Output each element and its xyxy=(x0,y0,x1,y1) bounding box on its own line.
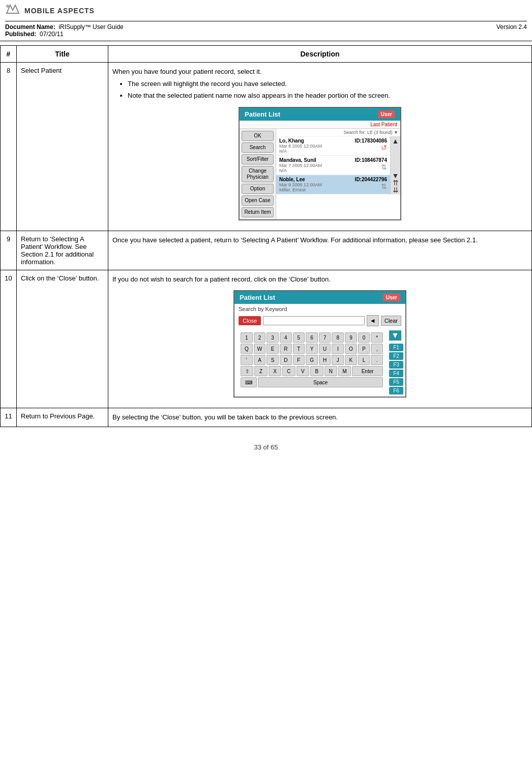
kw-key-z[interactable]: Z xyxy=(254,366,267,376)
table-row: 9 Return to 'Selecting A Patient' Workfl… xyxy=(1,231,532,270)
pl-patient-row[interactable]: Mandava, Sunil Mar 7 2005 12:00AM N/A ID… xyxy=(276,156,390,175)
kw-key-star[interactable]: * xyxy=(371,332,383,343)
pl-patient-note: N/A xyxy=(279,168,322,173)
kw-key-w[interactable]: W xyxy=(254,344,266,354)
kw-key-d[interactable]: D xyxy=(280,355,292,365)
kw-key-m[interactable]: M xyxy=(338,366,351,376)
kw-row-qwerty: Q W E R T Y U I O P xyxy=(241,344,383,354)
kw-key-a[interactable]: A xyxy=(254,355,266,365)
page-number: 33 of 65 xyxy=(254,443,278,451)
kw-search-input[interactable] xyxy=(263,316,365,325)
logo-icon xyxy=(5,3,20,18)
pl-scroll-down[interactable]: ▼ xyxy=(392,172,399,179)
pl-patient-row-selected[interactable]: Noble, Lee Mar 9 2005 12:00AM Miller, Er… xyxy=(276,175,390,194)
kw-key-k[interactable]: K xyxy=(345,355,357,365)
kw-f1-button[interactable]: F1 xyxy=(389,344,403,351)
kw-key-r[interactable]: R xyxy=(280,344,292,354)
kw-key-5[interactable]: 5 xyxy=(293,332,305,343)
kw-key-4[interactable]: 4 xyxy=(280,332,292,343)
kw-key-v[interactable]: V xyxy=(297,366,309,376)
kw-key-c[interactable]: C xyxy=(282,366,295,376)
col-num-header: # xyxy=(1,46,17,63)
kw-key-s[interactable]: S xyxy=(267,355,279,365)
col-desc-header: Description xyxy=(108,46,532,63)
kw-key-g[interactable]: G xyxy=(306,355,318,365)
list-item: The screen will highlight the record you… xyxy=(128,79,527,89)
pl-patient-list-rows: Lo, Khang Mar 8 2005 12:00AM N/A ID:1783… xyxy=(276,136,400,194)
kw-key-u[interactable]: U xyxy=(319,344,331,354)
pl-ok-btn[interactable]: OK xyxy=(242,131,274,141)
kw-key-l[interactable]: L xyxy=(358,355,370,365)
table-row: 8 Select Patient When you have found you… xyxy=(1,63,532,231)
pl-scroll-up[interactable]: ▲ xyxy=(392,137,399,145)
row-11-title: Return to Previous Page. xyxy=(17,408,108,427)
kw-key-1[interactable]: 1 xyxy=(241,332,253,343)
kw-key-e[interactable]: E xyxy=(267,344,279,354)
kw-key-7[interactable]: 7 xyxy=(319,332,331,343)
kw-key-apos[interactable]: ' xyxy=(241,355,253,365)
pl-patient-id-col: ID:204422796 ⇅ xyxy=(355,177,387,190)
kw-f6-button[interactable]: F6 xyxy=(389,387,403,395)
kw-key-j[interactable]: J xyxy=(332,355,344,365)
pl-patient-id: ID:108467874 xyxy=(355,157,387,163)
pl-option-btn[interactable]: Option xyxy=(242,184,274,194)
kw-key-b[interactable]: B xyxy=(310,366,323,376)
kw-keyboard-icon[interactable]: ⌨ xyxy=(241,377,257,387)
pl-search-btn[interactable]: Search xyxy=(242,143,274,153)
kw-f-buttons: ▼ F1 F2 F3 F4 F5 F6 xyxy=(389,330,403,395)
kw-key-q[interactable]: Q xyxy=(241,344,253,354)
kw-key-f[interactable]: F xyxy=(293,355,305,365)
kw-key-6[interactable]: 6 xyxy=(306,332,318,343)
pl-patient-note: Miller, Ernest xyxy=(279,187,322,192)
pl-opencase-btn[interactable]: Open Case xyxy=(242,195,274,206)
logo-area: MOBILE ASPECTS xyxy=(5,3,527,18)
kw-f4-button[interactable]: F4 xyxy=(389,370,403,377)
row-8-num: 8 xyxy=(1,63,17,231)
kw-key-i[interactable]: I xyxy=(332,344,344,354)
kw-key-0[interactable]: 0 xyxy=(358,332,370,343)
kw-key-8[interactable]: 8 xyxy=(332,332,344,343)
pl-patient-row[interactable]: Lo, Khang Mar 8 2005 12:00AM N/A ID:1783… xyxy=(276,136,390,156)
kw-key-comma[interactable]: , xyxy=(371,344,383,354)
kw-clear-button[interactable]: Clear xyxy=(381,316,401,326)
pl-scroll-first[interactable]: ⇈ xyxy=(393,179,399,186)
kw-f2-button[interactable]: F2 xyxy=(389,352,403,360)
kw-key-2[interactable]: 2 xyxy=(254,332,266,343)
kw-key-period[interactable]: . xyxy=(371,355,383,365)
kw-key-h[interactable]: H xyxy=(319,355,331,365)
kw-key-3[interactable]: 3 xyxy=(267,332,279,343)
kw-space-key[interactable]: Space xyxy=(258,377,383,387)
pl-changephysician-btn[interactable]: ChangePhysician xyxy=(242,166,274,182)
kw-key-p[interactable]: P xyxy=(358,344,370,354)
table-header-row: # Title Description xyxy=(1,46,532,63)
kw-key-y[interactable]: Y xyxy=(306,344,318,354)
kw-arrow-button[interactable]: ◄ xyxy=(367,315,379,326)
pl-patient-name: Noble, Lee xyxy=(279,177,322,182)
pl-patient-list: Lo, Khang Mar 8 2005 12:00AM N/A ID:1783… xyxy=(276,136,390,194)
kw-dropdown-btn[interactable]: ▼ xyxy=(389,330,401,341)
kw-close-button[interactable]: Close xyxy=(239,316,261,325)
row-10-title: Click on the ‘Close’ button. xyxy=(17,270,108,408)
kw-enter-key[interactable]: Enter xyxy=(352,366,383,376)
kw-row-numbers: 1 2 3 4 5 6 7 8 9 0 xyxy=(241,332,383,343)
kw-shift-key[interactable]: ⇧ xyxy=(241,366,253,376)
kw-key-o[interactable]: O xyxy=(345,344,357,354)
svg-point-0 xyxy=(6,5,9,8)
pl-sortfilter-btn[interactable]: Sort/Filter xyxy=(242,154,274,164)
pl-returnitem-btn[interactable]: Return Item xyxy=(242,207,274,217)
pl-patient-name-col: Lo, Khang Mar 8 2005 12:00AM N/A xyxy=(279,138,322,154)
kw-key-t[interactable]: T xyxy=(293,344,305,354)
kw-search-row: Close ◄ Clear xyxy=(234,314,405,328)
pl-scroll-last[interactable]: ⇊ xyxy=(393,186,399,193)
kw-f5-button[interactable]: F5 xyxy=(389,378,403,386)
pl-patient-id-col: ID:108467874 ⇅ xyxy=(355,157,387,171)
pl-patient-note: N/A xyxy=(279,149,322,154)
doc-meta-row: Document Name: iRISupply™ User Guide Ver… xyxy=(5,23,527,31)
pl-patient-id: ID:204422796 xyxy=(355,177,387,182)
kw-key-9[interactable]: 9 xyxy=(345,332,357,343)
kw-f3-button[interactable]: F3 xyxy=(389,361,403,369)
pl-sort-icon2: ⇅ xyxy=(381,182,387,190)
kw-key-x[interactable]: X xyxy=(269,366,281,376)
kw-row-zxcv: ⇧ Z X C V B N M Enter xyxy=(241,366,383,376)
kw-key-n[interactable]: N xyxy=(324,366,337,376)
